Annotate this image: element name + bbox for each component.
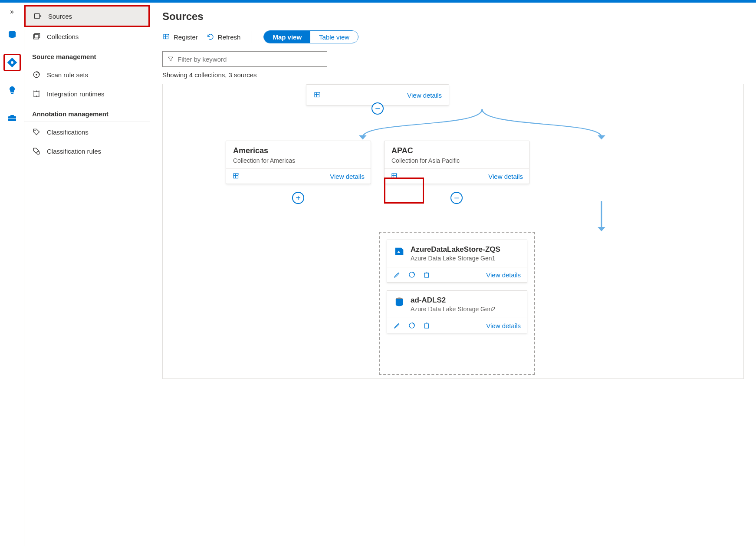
nav-header-annotation-mgmt: Annotation management [24, 103, 150, 122]
svg-point-2 [11, 61, 13, 64]
source-2-sub: Azure Data Lake Storage Gen2 [411, 306, 495, 312]
filter-box[interactable] [162, 51, 327, 67]
apac-sources-container: AzureDataLakeStore-ZQS Azure Data Lake S… [379, 232, 535, 375]
svg-rect-47 [425, 324, 429, 328]
rail-management[interactable] [3, 109, 21, 127]
nav-classifications[interactable]: Classifications [24, 122, 150, 141]
svg-marker-26 [598, 135, 605, 140]
register-icon[interactable] [232, 172, 240, 180]
source-card-2: ad-ADLS2 Azure Data Lake Storage Gen2 Vi… [387, 290, 527, 333]
scan-icon[interactable] [408, 322, 416, 329]
svg-point-11 [36, 74, 37, 75]
view-details-link[interactable]: View details [488, 173, 523, 180]
toolbox-icon [7, 113, 17, 123]
americas-card: Americas Collection for Americas View de… [226, 141, 371, 184]
americas-title: Americas [233, 146, 364, 155]
svg-point-40 [396, 174, 397, 174]
svg-rect-12 [34, 91, 39, 96]
expand-rail-button[interactable]: » [10, 8, 14, 16]
svg-rect-29 [315, 92, 319, 97]
highlight-frame-apac-register [384, 178, 424, 204]
side-navigation: Sources Collections Source management Sc… [24, 3, 150, 546]
svg-point-36 [238, 174, 239, 174]
svg-rect-6 [8, 118, 16, 118]
svg-point-19 [34, 130, 36, 131]
collapse-apac-button[interactable] [450, 192, 463, 204]
filter-icon [167, 56, 174, 62]
database-icon [7, 30, 17, 40]
edit-icon[interactable] [393, 271, 401, 279]
apac-title: APAC [391, 146, 522, 155]
view-details-link[interactable]: View details [330, 173, 365, 180]
tag-icon [32, 128, 41, 136]
scan-icon[interactable] [408, 271, 416, 279]
source-1-sub: Azure Data Lake Storage Gen1 [411, 255, 500, 262]
svg-rect-4 [8, 116, 16, 121]
nav-scan-rule-sets-label: Scan rule sets [47, 71, 88, 79]
svg-rect-5 [10, 115, 14, 117]
svg-point-32 [319, 92, 320, 93]
showing-text: Showing 4 collections, 3 sources [162, 71, 744, 79]
tag-gear-icon [32, 147, 41, 155]
view-details-link[interactable]: View details [486, 322, 521, 329]
svg-rect-9 [35, 33, 40, 38]
nav-classification-rules-label: Classification rules [47, 148, 101, 155]
main-content: Sources Register Refresh Map view Table … [150, 3, 756, 546]
nav-classification-rules[interactable]: Classification rules [24, 141, 150, 161]
nav-sources[interactable]: Sources [24, 5, 150, 27]
table-view-button[interactable]: Table view [310, 31, 358, 43]
svg-rect-21 [164, 34, 168, 39]
nav-collections[interactable]: Collections [24, 27, 150, 46]
collapse-root-button[interactable] [371, 102, 384, 115]
toolbar-separator [252, 31, 252, 43]
register-button[interactable]: Register [162, 33, 198, 41]
svg-rect-7 [35, 13, 40, 19]
refresh-icon [207, 33, 214, 41]
svg-rect-42 [425, 273, 429, 277]
rail-data-catalog[interactable] [3, 26, 21, 43]
scan-icon [32, 70, 41, 79]
edit-icon[interactable] [393, 322, 401, 329]
source-card-1: AzureDataLakeStore-ZQS Azure Data Lake S… [387, 240, 527, 283]
nav-header-source-mgmt: Source management [24, 46, 150, 64]
adls-gen2-icon [393, 296, 405, 308]
source-2-title: ad-ADLS2 [411, 296, 495, 305]
map-view-button[interactable]: Map view [264, 31, 310, 43]
icon-rail: » [0, 3, 24, 546]
adls-gen1-icon [393, 245, 405, 257]
filter-input[interactable] [177, 56, 322, 63]
expand-americas-button[interactable] [292, 192, 304, 204]
svg-rect-8 [33, 35, 39, 39]
register-icon[interactable] [313, 91, 321, 99]
refresh-button[interactable]: Refresh [207, 33, 241, 41]
view-details-link[interactable]: View details [486, 271, 521, 279]
svg-rect-3 [11, 93, 13, 94]
runtime-icon [32, 89, 41, 98]
nav-integration-runtimes[interactable]: Integration runtimes [24, 84, 150, 103]
register-label: Register [174, 33, 198, 41]
lightbulb-icon [7, 85, 17, 95]
svg-marker-28 [598, 227, 605, 231]
svg-point-20 [37, 151, 40, 155]
view-details-link[interactable]: View details [407, 92, 442, 99]
delete-icon[interactable] [423, 322, 431, 329]
view-toggle: Map view Table view [263, 30, 358, 43]
sources-icon [33, 12, 42, 20]
svg-point-24 [168, 34, 169, 35]
americas-sub: Collection for Americas [233, 157, 364, 164]
page-title: Sources [162, 10, 744, 23]
collections-icon [32, 32, 41, 41]
rail-sources-selected[interactable] [3, 54, 21, 71]
map-canvas: View details Americas Collection for Ame… [162, 84, 744, 379]
svg-rect-33 [233, 174, 238, 178]
apac-sub: Collection for Asia Pacific [391, 157, 522, 164]
toolbar: Register Refresh Map view Table view [162, 30, 744, 43]
rail-insights[interactable] [3, 82, 21, 99]
source-1-title: AzureDataLakeStore-ZQS [411, 245, 500, 254]
nav-sources-label: Sources [48, 13, 72, 20]
nav-classifications-label: Classifications [47, 128, 89, 136]
svg-marker-25 [359, 135, 367, 140]
nav-scan-rule-sets[interactable]: Scan rule sets [24, 65, 150, 84]
refresh-label: Refresh [218, 33, 241, 41]
delete-icon[interactable] [423, 271, 431, 279]
